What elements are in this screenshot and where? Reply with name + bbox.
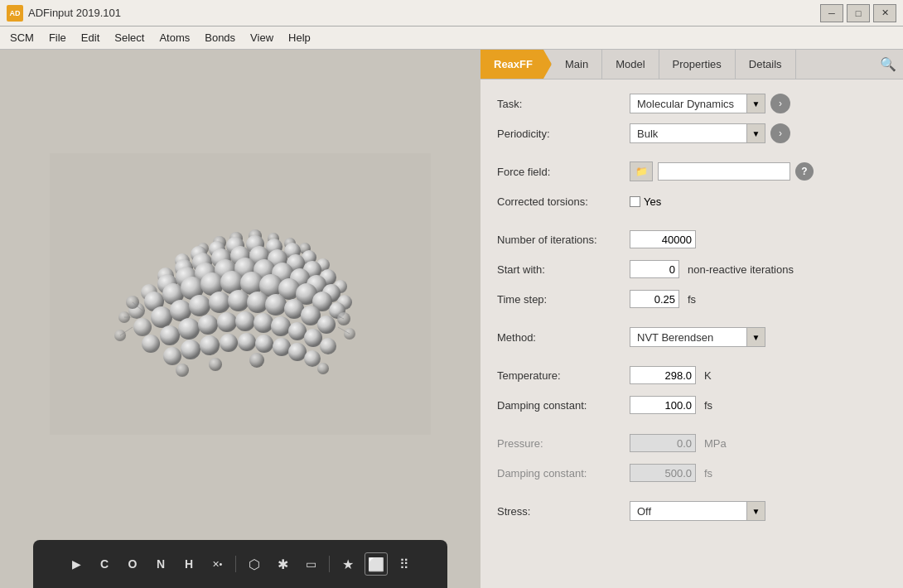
corrected-torsions-label: Corrected torsions: [497,195,630,208]
svg-point-58 [247,292,268,313]
tab-reaxff[interactable]: ReaxFF [480,50,552,79]
corrected-torsions-text: Yes [644,195,661,208]
minimize-button[interactable]: ─ [820,4,843,22]
svg-point-56 [209,292,230,313]
svg-point-88 [176,364,189,377]
toolbar-separator-2 [329,556,330,572]
forcefield-input[interactable] [658,162,790,181]
app-title: ADFinput 2019.101 [28,7,121,19]
start-with-row: Start with: non-reactive iterations [497,258,886,280]
periodicity-label: Periodicity: [497,128,630,140]
damping-constant-1-label: Damping constant: [497,399,630,412]
time-step-label: Time step: [497,293,630,306]
num-iterations-row: Number of iterations: [497,229,886,250]
pressure-label: Pressure: [497,437,630,450]
corrected-torsions-checkbox[interactable] [630,196,640,207]
svg-point-74 [163,347,181,365]
pressure-row: Pressure: MPa [497,432,886,454]
menu-atoms[interactable]: Atoms [152,30,196,46]
stress-dropdown[interactable]: Off ▼ [630,501,765,521]
molecule-view[interactable] [0,50,480,538]
title-bar: AD ADFinput 2019.101 ─ □ ✕ [0,0,903,27]
damping-constant-1-input[interactable] [630,396,696,414]
forcefield-help-button[interactable]: ? [795,162,814,181]
maximize-button[interactable]: □ [847,4,870,22]
periodicity-row: Periodicity: Bulk ▼ › [497,123,886,144]
search-button[interactable]: 🔍 [873,50,903,80]
temperature-label: Temperature: [497,369,630,382]
more-tool-button[interactable]: ⠿ [393,552,416,576]
svg-point-65 [178,318,200,340]
svg-point-78 [238,333,256,351]
time-step-input[interactable] [630,290,679,308]
menu-help[interactable]: Help [282,30,317,46]
nitrogen-tool-button[interactable]: N [149,552,172,576]
forcefield-file-button[interactable]: 📁 [630,161,653,181]
temperature-row: Temperature: K [497,364,886,386]
damping-constant-2-unit: fs [704,467,712,480]
tab-main[interactable]: Main [552,50,602,79]
settings-tool-button[interactable]: ✱ [271,552,294,576]
forcefield-row: Force field: 📁 ? [497,161,886,182]
periodicity-value: Bulk [630,128,746,140]
method-dropdown-arrow[interactable]: ▼ [746,328,765,346]
svg-point-69 [254,313,273,333]
pressure-unit: MPa [704,437,727,450]
periodicity-nav-arrow[interactable]: › [770,123,790,143]
menu-bonds[interactable]: Bonds [198,30,242,46]
task-row: Task: Molecular Dynamics ▼ › [497,93,886,114]
damping-constant-2-input [630,464,696,482]
bottom-toolbar: ▶ C O N H ✕• ⬡ ✱ ▭ ★ ⬜ ⠿ [33,540,447,588]
ring-tool-button[interactable]: ⬡ [243,552,266,576]
periodicity-dropdown-arrow[interactable]: ▼ [746,124,765,142]
cursor-tool-button[interactable]: ▶ [65,552,88,576]
svg-point-63 [142,335,160,353]
molecule-svg [50,153,431,435]
stress-dropdown-arrow[interactable]: ▼ [746,502,765,520]
delete-tool-button[interactable]: ✕• [205,552,229,576]
tab-properties[interactable]: Properties [659,50,736,79]
form-area: Task: Molecular Dynamics ▼ › Periodicity… [480,80,903,588]
time-step-unit: fs [688,293,696,306]
svg-point-70 [271,316,291,336]
periodicity-dropdown[interactable]: Bulk ▼ [630,123,765,143]
svg-point-59 [265,294,287,316]
pressure-input [630,434,696,452]
method-dropdown[interactable]: NVT Berendsen ▼ [630,327,765,347]
svg-point-81 [288,343,307,361]
time-step-row: Time step: fs [497,288,886,310]
close-button[interactable]: ✕ [873,4,896,22]
menu-scm[interactable]: SCM [3,30,41,46]
menu-file[interactable]: File [42,30,73,46]
rect-tool-button[interactable]: ▭ [299,552,322,576]
oxygen-tool-button[interactable]: O [121,552,144,576]
svg-point-68 [235,311,255,331]
menu-select[interactable]: Select [108,30,151,46]
stress-row: Stress: Off ▼ [497,500,886,522]
task-dropdown[interactable]: Molecular Dynamics ▼ [630,94,765,113]
carbon-tool-button[interactable]: C [93,552,116,576]
svg-point-64 [160,325,180,345]
svg-point-77 [220,334,238,352]
task-label: Task: [497,98,630,110]
task-nav-arrow[interactable]: › [770,94,790,113]
menu-edit[interactable]: Edit [75,30,106,46]
tab-details[interactable]: Details [736,50,796,79]
select-rect-tool-button[interactable]: ⬜ [365,552,388,576]
svg-point-67 [217,312,237,332]
num-iterations-input[interactable] [630,230,696,248]
hydrogen-tool-button[interactable]: H [177,552,200,576]
svg-point-90 [249,353,264,368]
damping-constant-2-label: Damping constant: [497,467,630,480]
star-tool-button[interactable]: ★ [336,552,360,576]
svg-point-57 [228,290,249,311]
app-logo: AD [7,5,23,22]
menu-view[interactable]: View [244,30,280,46]
damping-constant-1-unit: fs [704,399,712,412]
tab-model[interactable]: Model [602,50,659,79]
damping-constant-1-row: Damping constant: fs [497,394,886,416]
toolbar-separator-1 [235,556,236,572]
temperature-input[interactable] [630,366,696,384]
start-with-input[interactable] [630,260,679,278]
task-dropdown-arrow[interactable]: ▼ [746,94,765,113]
